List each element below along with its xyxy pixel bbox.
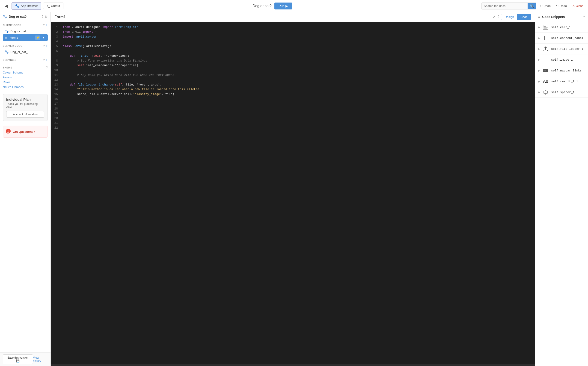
server-code-label: SERVER CODE xyxy=(3,45,22,47)
svg-rect-8 xyxy=(543,70,545,71)
expand-icon-button[interactable]: ⤢ xyxy=(493,15,495,19)
services-actions: ? + xyxy=(43,58,48,62)
server-code-help-button[interactable]: ? xyxy=(43,44,45,48)
sidebar: 🐾 Dog or cat? ? ⚙ CLIENT CODE ? + 🐾 Dog_… xyxy=(0,12,51,366)
close-button[interactable]: ✕ Close xyxy=(571,3,585,8)
save-version-button[interactable]: Save this version 💾 xyxy=(3,354,33,364)
snippet-item-navbar-links[interactable]: ▶ self.navbar_links xyxy=(535,65,588,76)
snippet-content-panel-chevron: ▶ xyxy=(538,37,540,40)
server-code-section-header: SERVER CODE ? + xyxy=(3,44,48,48)
svg-marker-12 xyxy=(545,94,547,95)
view-history-link[interactable]: View history xyxy=(33,356,48,363)
tab-app-browser[interactable]: 🐾 App Browser xyxy=(12,2,41,10)
snippet-item-result-lbl[interactable]: ▶ Ab self.result_lbl xyxy=(535,76,588,87)
code-content[interactable]: from ._anvil_designer import Form1Templa… xyxy=(60,22,535,364)
sidebar-item-dog-or-cat-client[interactable]: 🐾 Dog_or_cat_ xyxy=(3,28,48,34)
search-input[interactable] xyxy=(481,3,528,9)
form-title: Form1 xyxy=(54,15,66,19)
sidebar-item-form1-label: Form1 xyxy=(9,36,33,39)
code-help-button[interactable]: ? xyxy=(497,15,499,19)
sidebar-item-form1-chevron-button[interactable]: ▼ xyxy=(41,36,46,40)
topbar-right: 🔍 ↩ Undo ↪ Redo ✕ Close xyxy=(481,2,585,9)
theme-label: THEME xyxy=(3,66,12,69)
svg-rect-1 xyxy=(543,26,546,26)
sidebar-header-actions: ? ⚙ xyxy=(41,15,48,18)
snippet-card-1-chevron: ▶ xyxy=(538,26,540,29)
snippet-item-file-loader-1[interactable]: ▶ self.file_loader_1 xyxy=(535,44,588,54)
undo-button[interactable]: ↩ Undo xyxy=(538,3,552,8)
sidebar-title-text: Dog or cat? xyxy=(9,15,27,18)
svg-rect-10 xyxy=(544,91,547,93)
snippet-card-1-label: self.card_1 xyxy=(551,26,571,29)
services-section: SERVICES ? + xyxy=(0,56,51,64)
assets-link[interactable]: Assets xyxy=(3,75,48,80)
tab-app-browser-label: App Browser xyxy=(21,4,38,8)
client-code-label: CLIENT CODE xyxy=(3,24,21,26)
snippet-spacer-1-label: self.spacer_1 xyxy=(551,91,574,94)
native-libraries-link[interactable]: Native Libraries xyxy=(3,84,48,89)
snippet-item-spacer-1[interactable]: ▶ self.spacer_1 xyxy=(535,87,588,98)
theme-section: THEME ? Colour Scheme Assets Roles Nativ… xyxy=(0,64,51,91)
tab-output[interactable]: >_ Output xyxy=(43,2,63,9)
code-snippets-icon: ≡ xyxy=(538,15,540,19)
services-section-header: SERVICES ? + xyxy=(3,58,48,62)
sidebar-item-form1-icon: ▭ xyxy=(5,36,8,39)
services-help-button[interactable]: ? xyxy=(43,58,45,62)
app-title: Dog or cat? xyxy=(253,4,272,8)
code-editor[interactable]: 1 2 3 4 5 6 7 8 9 10 11 12 13 14 15 16 1… xyxy=(51,22,535,364)
snippet-result-lbl-chevron: ▶ xyxy=(538,80,540,83)
server-code-section: SERVER CODE ? + 🐾 Dog_or_cat_ xyxy=(0,42,51,56)
redo-button[interactable]: ↪ Redo xyxy=(554,3,569,8)
sidebar-header: 🐾 Dog or cat? ? ⚙ xyxy=(0,12,51,21)
colour-scheme-link[interactable]: Colour Scheme xyxy=(3,70,48,75)
services-add-button[interactable]: + xyxy=(46,58,48,62)
client-code-help-button[interactable]: ? xyxy=(43,23,45,27)
sidebar-item-server-icon: 🐾 xyxy=(5,50,8,54)
sidebar-help-button[interactable]: ? xyxy=(41,15,43,18)
theme-help-button[interactable]: ? xyxy=(46,66,48,69)
code-area-header-right: ⤢ ? Design Code xyxy=(493,14,531,20)
server-code-add-button[interactable]: + xyxy=(46,44,48,48)
design-code-tabs: Design Code xyxy=(501,14,531,20)
code-tab-button[interactable]: Code xyxy=(517,14,531,20)
plan-title: Individual Plan xyxy=(6,98,44,101)
client-code-actions: ? + xyxy=(43,23,48,27)
search-box: 🔍 xyxy=(481,2,536,9)
snippet-image-1-label: self.image_1 xyxy=(551,58,573,61)
sidebar-item-form1-lightning-button[interactable]: ⚡ xyxy=(35,36,40,40)
sidebar-item-client-label: Dog_or_cat_ xyxy=(10,30,46,33)
questions-box[interactable]: 🅘 Got Questions? xyxy=(3,126,48,137)
right-panel-help-button[interactable]: ? xyxy=(583,15,585,19)
right-panel-header: ≡ Code Snippets ? xyxy=(535,12,588,22)
snippet-card-1-icon xyxy=(542,24,549,30)
run-button[interactable]: Run ▶ xyxy=(274,2,292,9)
snippet-image-1-chevron: ▶ xyxy=(538,58,540,61)
app-browser-icon: 🐾 xyxy=(15,4,19,8)
roles-link[interactable]: Roles xyxy=(3,80,48,84)
code-area-header: Form1 ⤢ ? Design Code xyxy=(51,12,535,22)
snippet-file-loader-label: self.file_loader_1 xyxy=(551,47,583,51)
client-code-add-button[interactable]: + xyxy=(46,23,48,27)
snippet-result-lbl-label: self.result_lbl xyxy=(551,80,578,83)
right-panel: ≡ Code Snippets ? ▶ self.card_1 ▶ self.c… xyxy=(535,12,588,366)
snippet-item-image-1[interactable]: ▶ self.image_1 xyxy=(535,54,588,65)
nav-back-button[interactable]: ◀ xyxy=(3,2,10,9)
design-tab-button[interactable]: Design xyxy=(501,14,517,20)
search-button[interactable]: 🔍 xyxy=(528,3,536,9)
snippet-item-content-panel[interactable]: ▶ self.content_panel xyxy=(535,33,588,44)
sidebar-item-form1[interactable]: ▭ Form1 ⚡ ▼ xyxy=(3,34,48,41)
account-information-button[interactable]: Account Information xyxy=(6,111,44,118)
sidebar-item-client-icon: 🐾 xyxy=(5,29,8,33)
svg-rect-2 xyxy=(543,27,548,28)
theme-section-header: THEME ? xyxy=(3,66,48,69)
svg-rect-3 xyxy=(543,28,547,29)
snippet-image-1-icon xyxy=(542,56,549,63)
snippet-item-card-1[interactable]: ▶ self.card_1 xyxy=(535,22,588,33)
tab-output-label: >_ Output xyxy=(46,4,60,8)
code-scrollbar[interactable] xyxy=(51,364,535,366)
snippet-content-panel-icon xyxy=(542,35,549,41)
sidebar-item-dog-or-cat-server[interactable]: 🐾 Dog_or_cat_ xyxy=(3,49,48,55)
sidebar-item-server-label: Dog_or_cat_ xyxy=(10,50,46,54)
svg-marker-11 xyxy=(545,90,547,91)
sidebar-settings-button[interactable]: ⚙ xyxy=(45,15,48,18)
